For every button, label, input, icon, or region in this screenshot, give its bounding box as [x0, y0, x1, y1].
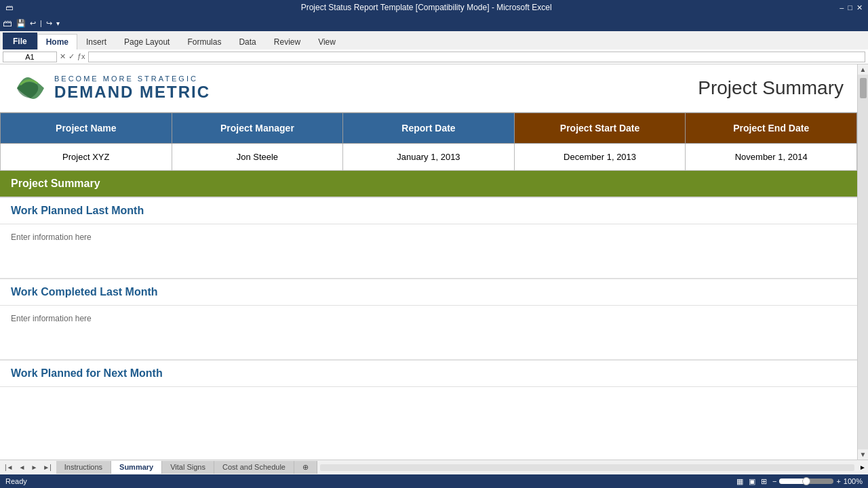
scroll-track[interactable]	[858, 75, 868, 449]
sheet-tab-instructions[interactable]: Instructions	[56, 461, 111, 474]
spreadsheet-content: Become More Strategic Demand Metric Proj…	[0, 64, 857, 460]
view-page-break-icon[interactable]: ⊞	[761, 477, 767, 486]
status-bar: Ready ▦ ▣ ⊞ − + 100%	[0, 474, 868, 488]
horizontal-scrollbar-track[interactable]	[320, 464, 854, 471]
ribbon-tabs: File Home Insert Page Layout Formulas Da…	[0, 31, 868, 49]
tab-review[interactable]: Review	[265, 34, 309, 49]
td-start-date: December 1, 2013	[514, 144, 686, 171]
logo-text-area: Become More Strategic Demand Metric	[54, 75, 210, 102]
zoom-thumb[interactable]	[802, 477, 810, 485]
tab-home[interactable]: Home	[37, 34, 77, 49]
maximize-button[interactable]: □	[848, 3, 852, 12]
work-completed-last-month-text: Enter information here	[11, 314, 92, 323]
work-planned-last-month-text: Enter information here	[11, 232, 92, 242]
demand-metric-logo-icon	[14, 71, 47, 105]
th-project-start-date: Project Start Date	[514, 113, 686, 144]
tab-formulas[interactable]: Formulas	[178, 34, 230, 49]
ready-status: Ready	[5, 477, 27, 485]
scroll-up-button[interactable]: ▲	[859, 64, 868, 75]
confirm-formula-icon[interactable]: ✓	[68, 52, 75, 61]
name-box[interactable]	[3, 52, 57, 62]
zoom-slider[interactable]	[779, 479, 833, 484]
td-project-manager: Jon Steele	[172, 144, 343, 171]
logo-tagline: Become More Strategic	[54, 75, 210, 83]
zoom-out-button[interactable]: −	[772, 477, 776, 485]
view-normal-icon[interactable]: ▦	[736, 477, 743, 486]
tab-file[interactable]: File	[3, 33, 37, 49]
scroll-down-button[interactable]: ▼	[859, 449, 868, 460]
sheet-tab-summary[interactable]: Summary	[111, 461, 162, 474]
cancel-formula-icon[interactable]: ✕	[60, 52, 66, 61]
tab-insert[interactable]: Insert	[77, 34, 115, 49]
summary-table: Project Name Project Manager Report Date…	[0, 113, 857, 171]
vertical-scrollbar[interactable]: ▲ ▼	[857, 64, 868, 460]
more-qa-button[interactable]: ▾	[56, 20, 60, 27]
tab-page-layout[interactable]: Page Layout	[115, 34, 178, 49]
td-end-date: November 1, 2014	[686, 144, 857, 171]
last-sheet-button[interactable]: ►|	[41, 464, 54, 471]
sheet-tab-new[interactable]: ⊕	[294, 461, 317, 474]
logo-area: Become More Strategic Demand Metric	[14, 71, 210, 105]
th-project-manager: Project Manager	[172, 113, 343, 144]
title-bar-left-controls: 🗃	[5, 3, 13, 12]
logo-company: Demand Metric	[54, 83, 210, 102]
next-sheet-button[interactable]: ►	[28, 464, 39, 471]
save-qa-button[interactable]: 💾	[16, 19, 26, 28]
app-icon: 🗃	[5, 3, 13, 12]
close-button[interactable]: ✕	[856, 3, 863, 12]
th-report-date: Report Date	[343, 113, 515, 144]
project-summary-section-header: Project Summary	[0, 171, 857, 197]
zoom-controls: − + 100%	[772, 477, 863, 485]
formula-input[interactable]	[88, 52, 865, 62]
insert-function-icon[interactable]: ƒx	[77, 52, 85, 61]
td-report-date: January 1, 2013	[343, 144, 515, 171]
title-bar: 🗃 Project Status Report Template [Compat…	[0, 0, 868, 15]
prev-sheet-button[interactable]: ◄	[17, 464, 28, 471]
formula-bar-icons: ✕ ✓ ƒx	[60, 52, 85, 61]
tab-data[interactable]: Data	[230, 34, 264, 49]
table-header-row: Project Name Project Manager Report Date…	[1, 113, 857, 144]
work-planned-last-month-header: Work Planned Last Month	[0, 197, 857, 224]
work-completed-last-month-content[interactable]: Enter information here	[0, 306, 857, 360]
sheet-tabs: Instructions Summary Vital Signs Cost an…	[56, 461, 317, 474]
view-layout-icon[interactable]: ▣	[749, 477, 755, 486]
first-sheet-button[interactable]: |◄	[3, 464, 16, 471]
page-title: Project Summary	[698, 77, 844, 99]
zoom-level: 100%	[844, 477, 863, 485]
sheet-navigation[interactable]: |◄ ◄ ► ►|	[0, 464, 56, 471]
formula-bar: ✕ ✓ ƒx	[0, 49, 868, 64]
td-project-name[interactable]: Project XYZ	[1, 144, 172, 171]
h-scroll-right[interactable]: ►	[857, 464, 868, 471]
work-planned-next-month-header: Work Planned for Next Month	[0, 360, 857, 387]
th-project-end-date: Project End Date	[686, 113, 857, 144]
status-bar-right: ▦ ▣ ⊞ − + 100%	[736, 477, 863, 486]
th-project-name: Project Name	[1, 113, 172, 144]
redo-button[interactable]: ↪	[46, 19, 52, 28]
sheet-tab-vital-signs[interactable]: Vital Signs	[162, 461, 214, 474]
zoom-in-button[interactable]: +	[836, 477, 840, 485]
sheet-tab-cost-schedule[interactable]: Cost and Schedule	[214, 461, 294, 474]
window-title: Project Status Report Template [Compatib…	[13, 3, 840, 12]
header-section: Become More Strategic Demand Metric Proj…	[0, 64, 857, 113]
app-logo-icon: 🗃	[3, 18, 12, 28]
work-planned-last-month-content[interactable]: Enter information here	[0, 224, 857, 279]
title-bar-right-controls[interactable]: – □ ✕	[840, 3, 863, 12]
undo-arrow-icon: |	[40, 20, 42, 27]
minimize-button[interactable]: –	[840, 3, 844, 12]
scroll-thumb[interactable]	[860, 78, 867, 98]
undo-button[interactable]: ↩	[30, 19, 36, 28]
tab-view[interactable]: View	[309, 34, 344, 49]
work-completed-last-month-header: Work Completed Last Month	[0, 279, 857, 306]
table-row: Project XYZ Jon Steele January 1, 2013 D…	[1, 144, 857, 171]
